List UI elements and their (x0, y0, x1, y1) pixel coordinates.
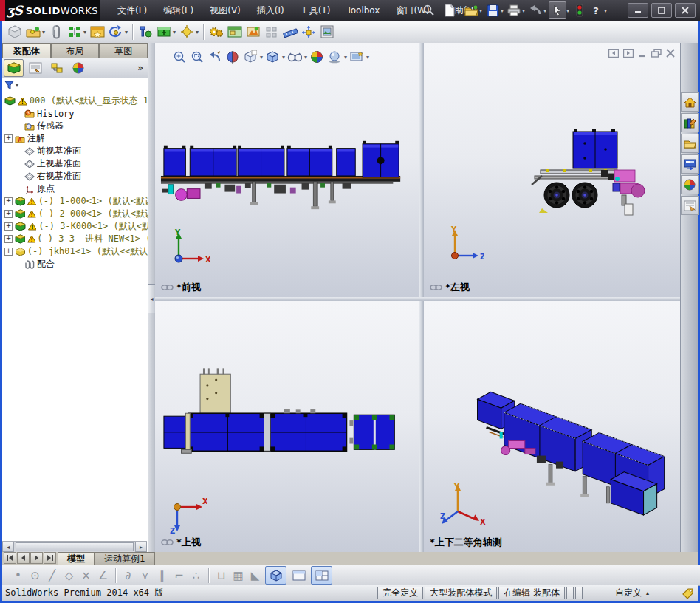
first-tab-button[interactable] (4, 552, 16, 564)
save-button[interactable] (484, 2, 501, 18)
tab-model[interactable]: 模型 (58, 552, 95, 565)
tree-item-annotations[interactable]: + A 注解 (2, 132, 148, 145)
previous-pane-icon[interactable] (608, 49, 619, 58)
image-frame-icon[interactable] (318, 23, 336, 41)
close-button[interactable] (675, 3, 696, 18)
tree-item-origin[interactable]: 原点 (2, 183, 148, 195)
custom-dropdown-arrow-icon[interactable]: ▴ (646, 590, 649, 596)
next-pane-icon[interactable] (623, 49, 634, 58)
viewport-left[interactable]: Z Y *左视 (424, 43, 681, 297)
last-tab-button[interactable] (44, 552, 56, 564)
scroll-left-arrow[interactable]: ◂ (2, 542, 14, 552)
menu-item[interactable]: 视图(V) (202, 0, 249, 21)
tab-sketch[interactable]: 草图 (99, 43, 148, 58)
display-style-icon[interactable] (264, 49, 281, 65)
select-button[interactable] (549, 1, 566, 19)
expand-icon[interactable]: + (4, 222, 13, 231)
menu-item[interactable]: 编辑(E) (155, 0, 202, 21)
reference-window-icon[interactable] (225, 23, 244, 41)
solidworks-resources-icon[interactable] (681, 92, 699, 112)
exploded-view-icon[interactable] (299, 23, 318, 41)
scroll-right-arrow[interactable]: ▸ (135, 542, 147, 552)
menu-item[interactable]: 文件(F) (109, 0, 155, 21)
tree-item-front-plane[interactable]: 前视基准面 (2, 145, 148, 157)
expand-icon[interactable]: + (4, 210, 13, 218)
expand-icon[interactable]: + (4, 235, 13, 243)
select-dropdown-icon[interactable]: ▾ (566, 7, 569, 14)
tab-assembly[interactable]: 装配体 (2, 43, 51, 58)
print-button[interactable] (506, 2, 522, 18)
insert-component-icon[interactable] (5, 23, 24, 41)
help-dropdown-icon[interactable]: ▾ (604, 7, 607, 14)
new-document-button[interactable] (442, 2, 458, 18)
print-dropdown-icon[interactable]: ▾ (522, 7, 525, 14)
tree-root-assembly[interactable]: ! 000 (默认<默认_显示状态-1 (2, 95, 148, 107)
featuremanager-tree-tab[interactable] (4, 59, 24, 77)
zoom-area-icon[interactable] (189, 49, 205, 65)
panel-splitter[interactable]: ◂ (148, 43, 155, 552)
displaymanager-tab[interactable] (68, 59, 88, 77)
component-preview-icon[interactable] (88, 23, 106, 41)
prev-tab-button[interactable] (17, 552, 30, 564)
menu-item[interactable]: 插入(I) (249, 0, 292, 21)
search-icon[interactable] (422, 4, 435, 16)
undo-button[interactable] (527, 2, 543, 18)
scroll-thumb[interactable] (16, 542, 134, 551)
snap-intersection-icon[interactable]: × (78, 569, 95, 582)
next-tab-button[interactable] (30, 552, 43, 564)
snap-tangent-icon[interactable]: ∂ (120, 569, 137, 582)
open-dropdown-icon[interactable]: ▾ (479, 7, 482, 14)
view-palette-icon[interactable] (681, 154, 699, 174)
snap-angle-snaps-icon[interactable]: ◣ (247, 569, 264, 582)
file-explorer-icon[interactable] (681, 134, 699, 153)
custom-properties-icon[interactable] (681, 196, 699, 215)
edit-appearance-icon[interactable] (309, 49, 325, 65)
expand-icon[interactable]: + (4, 248, 13, 256)
attachment-paperclip-icon[interactable] (47, 23, 65, 41)
assembly-features-icon[interactable] (207, 23, 225, 41)
tree-item-sensors[interactable]: 传感器 (2, 120, 148, 132)
section-view-icon[interactable] (224, 49, 241, 65)
apply-scene-icon[interactable] (326, 49, 343, 65)
undo-dropdown-icon[interactable]: ▾ (543, 7, 546, 14)
tree-item-history[interactable]: History (2, 107, 148, 120)
doc-restore-icon[interactable] (651, 49, 662, 58)
smart-fasteners-icon[interactable] (136, 23, 154, 41)
four-view-button[interactable] (311, 566, 332, 585)
tree-item-component-4[interactable]: + ! (-) 3-3--进料-NEW<1> (默 (2, 233, 148, 245)
options-button[interactable] (572, 2, 588, 18)
zoom-fit-icon[interactable] (171, 49, 188, 65)
hide-show-items-icon[interactable] (286, 49, 303, 65)
viewport-front[interactable]: ▾ ▾ ▾ ▾ ▾ (155, 43, 419, 297)
viewport-isometric[interactable]: Y X Z *上下二等角轴测 (424, 302, 681, 552)
configurationmanager-tab[interactable] (47, 59, 66, 77)
motion-study-icon[interactable] (244, 23, 262, 41)
mate-icon[interactable] (65, 23, 83, 41)
snap-point-icon[interactable]: • (10, 569, 27, 582)
rotate-component-icon[interactable] (106, 23, 125, 41)
minimize-button[interactable] (628, 3, 648, 18)
save-dropdown-icon[interactable]: ▾ (501, 7, 504, 14)
single-view-button[interactable] (288, 566, 309, 585)
design-library-icon[interactable] (681, 113, 699, 132)
snap-polygon-icon[interactable]: ◇ (61, 569, 78, 582)
snap-parallel-icon[interactable]: ∥ (154, 569, 171, 582)
viewport-top[interactable]: X Z *上视 (155, 302, 419, 552)
tag-icon[interactable] (682, 587, 695, 599)
tree-item-component-1[interactable]: + ! (-) 1-000<1> (默认<默认 (2, 195, 148, 208)
expand-icon[interactable]: + (4, 197, 13, 205)
snap-center-icon[interactable]: ⊙ (27, 569, 44, 582)
tab-motion-study[interactable]: 运动算例1 (95, 552, 155, 565)
menu-item[interactable]: Toolbox (338, 0, 388, 21)
propertymanager-tab[interactable] (25, 59, 45, 77)
status-custom-dropdown[interactable]: 自定义 ▴ (584, 587, 680, 599)
filter-funnel-icon[interactable] (4, 81, 14, 89)
snap-midpoint-icon[interactable]: ⋎ (137, 569, 154, 582)
tree-item-component-2[interactable]: + ! (-) 2-000<1> (默认<默认 (2, 208, 148, 220)
snap-perpendicular-icon[interactable]: ⌐ (171, 569, 188, 582)
snap-points-icon[interactable]: ∴ (188, 569, 205, 582)
pattern-icon-disabled[interactable] (262, 23, 281, 41)
snap-grid-icon[interactable]: ▦ (230, 569, 247, 582)
tree-item-component-3[interactable]: + ! (-) 3-K000<1> (默认<默 (2, 220, 148, 233)
view-settings-icon[interactable] (349, 49, 365, 65)
